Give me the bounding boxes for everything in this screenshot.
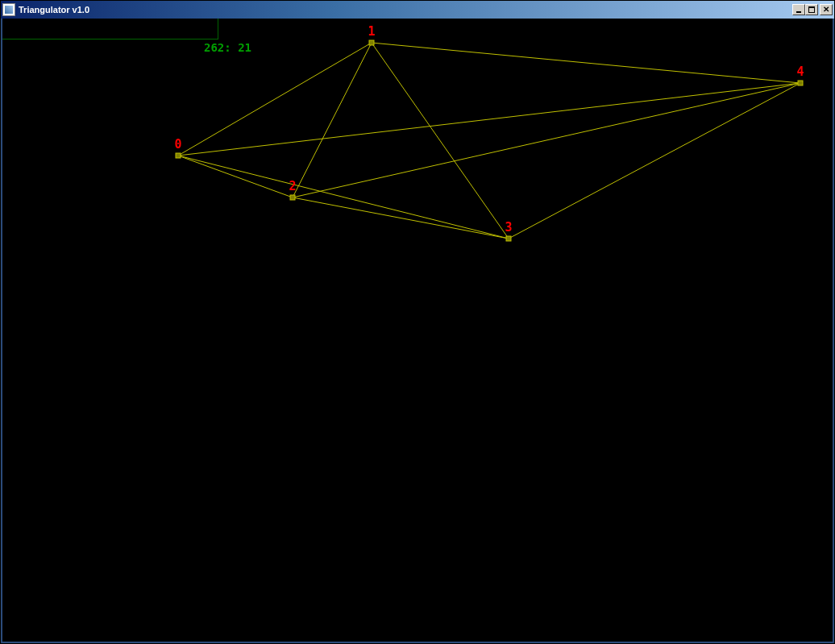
close-icon: ✕ [823, 6, 829, 14]
vertex-point[interactable] [506, 236, 511, 241]
close-button[interactable]: ✕ [820, 4, 833, 15]
window-controls: ✕ [792, 4, 833, 15]
vertex-point[interactable] [369, 40, 374, 45]
edges-group [178, 43, 800, 239]
window-title: Triangulator v1.0 [19, 5, 792, 15]
canvas-area[interactable]: 262: 21 01234 [1, 19, 834, 643]
minimize-button[interactable] [792, 4, 805, 15]
vertex-point[interactable] [798, 81, 803, 85]
edge [293, 83, 800, 197]
graph-canvas[interactable] [2, 19, 833, 642]
edge [509, 83, 800, 239]
maximize-button[interactable] [805, 4, 818, 15]
edge [178, 156, 293, 197]
vertex-point[interactable] [176, 153, 181, 158]
edge [293, 197, 509, 239]
vertex-point[interactable] [290, 195, 295, 200]
titlebar[interactable]: Triangulator v1.0 ✕ [1, 1, 834, 19]
minimize-icon [796, 11, 801, 13]
maximize-icon [808, 6, 815, 13]
edge [178, 83, 800, 156]
edge [372, 43, 800, 83]
app-window: Triangulator v1.0 ✕ 262: 21 01234 [0, 0, 835, 644]
app-icon [2, 3, 15, 16]
